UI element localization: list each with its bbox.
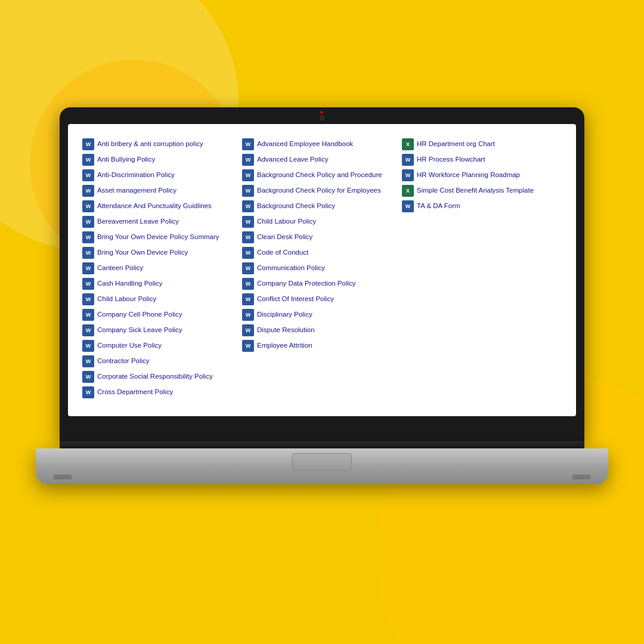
document-name: Bereavement Leave Policy [97,217,179,227]
word-icon: W [242,231,254,243]
document-name: HR Department org Chart [417,140,495,149]
document-name: HR Workforce Planning Roadmap [417,171,520,180]
document-name: Code of Conduct [257,248,308,258]
document-name: Advanced Leave Policy [257,155,329,165]
column-1: WAnti bribery & anti corruption policyWA… [82,137,242,400]
document-name: Child Labour Policy [97,295,156,304]
document-name: Company Data Protection Policy [257,279,356,289]
list-item[interactable]: WCanteen Policy [82,261,242,275]
list-item[interactable]: WAnti Bullying Policy [82,153,242,167]
word-icon: W [82,231,94,243]
word-icon: W [242,278,254,290]
foot-left [54,475,72,479]
laptop-bottom [36,448,608,484]
document-name: Background Check Policy for Employees [257,186,381,196]
list-item[interactable]: WBackground Check Policy for Employees [242,184,402,198]
word-icon: W [82,371,94,383]
word-icon: W [402,154,414,166]
list-item[interactable]: WBackground Check Policy [242,199,402,213]
list-item[interactable]: WCompany Data Protection Policy [242,277,402,291]
list-item[interactable]: WAttendance And Punctuality Guidlines [82,199,242,213]
document-name: Bring Your Own Device Policy Summary [97,233,219,242]
document-name: Simple Cost Benefit Analysis Template [417,186,534,196]
list-item[interactable]: WChild Labour Policy [242,215,402,229]
list-item[interactable]: WEmployee Attrition [242,339,402,353]
word-icon: W [82,169,94,181]
list-item[interactable]: WChild Labour Policy [82,292,242,306]
list-item[interactable]: WAnti bribery & anti corruption policy [82,137,242,151]
foot-right [572,475,590,479]
list-item[interactable]: WBereavement Leave Policy [82,215,242,229]
list-item[interactable]: WBring Your Own Device Policy Summary [82,230,242,244]
document-name: Bring Your Own Device Policy [97,248,188,258]
document-name: Cross Department Policy [97,388,173,397]
list-item[interactable]: WCompany Cell Phone Policy [82,308,242,322]
list-item[interactable]: XHR Department org Chart [402,137,562,151]
document-name: Child Labour Policy [257,217,316,227]
document-name: Contractor Policy [97,357,150,366]
list-item[interactable]: WAsset management Policy [82,184,242,198]
list-item[interactable]: WCode of Conduct [242,246,402,260]
list-item[interactable]: WCorporate Social Responsibility Policy [82,370,242,384]
list-item[interactable]: WContractor Policy [82,354,242,369]
word-icon: W [82,247,94,259]
list-item[interactable]: WBackground Check Policy and Procedure [242,168,402,182]
laptop-screen: WAnti bribery & anti corruption policyWA… [68,124,576,416]
screen-content: WAnti bribery & anti corruption policyWA… [68,124,576,413]
list-item[interactable]: WClean Desk Policy [242,230,402,244]
word-icon: W [82,386,94,398]
word-icon: W [82,340,94,352]
list-item[interactable]: WCash Handling Policy [82,277,242,291]
list-item[interactable]: WAdvanced Leave Policy [242,153,402,167]
document-name: Company Sick Leave Policy [97,326,182,335]
word-icon: W [242,324,254,336]
list-item[interactable]: WDispute Resolution [242,323,402,338]
column-2: WAdvanced Employee HandbookWAdvanced Lea… [242,137,402,400]
document-name: Clean Desk Policy [257,233,312,242]
word-icon: W [82,324,94,336]
list-item[interactable]: WComputer Use Policy [82,339,242,353]
document-name: Anti-Discrimination Policy [97,171,175,180]
list-item[interactable]: WConflict Of Interest Policy [242,292,402,306]
list-item[interactable]: WCommunication Policy [242,261,402,275]
word-icon: W [242,262,254,274]
word-icon: W [242,185,254,197]
word-icon: W [82,293,94,305]
document-name: Disciplinary Policy [257,310,312,320]
column-3: XHR Department org ChartWHR Process Flow… [402,137,562,400]
document-name: Dispute Resolution [257,326,315,335]
list-item[interactable]: WAnti-Discrimination Policy [82,168,242,182]
word-icon: W [82,216,94,228]
list-item[interactable]: WCompany Sick Leave Policy [82,323,242,338]
word-icon: W [82,278,94,290]
camera-dot [320,116,324,120]
document-name: Anti Bullying Policy [97,155,155,165]
word-icon: W [242,154,254,166]
laptop-hinge [60,441,584,448]
list-item[interactable]: WHR Process Flowchart [402,153,562,167]
list-item[interactable]: WBring Your Own Device Policy [82,246,242,260]
indicator-dot [320,111,323,114]
word-icon: W [82,355,94,367]
list-item[interactable]: WTA & DA Form [402,199,562,213]
list-item[interactable]: WAdvanced Employee Handbook [242,137,402,151]
document-name: Conflict Of Interest Policy [257,295,334,304]
document-name: Canteen Policy [97,264,143,273]
list-item[interactable]: WCross Department Policy [82,385,242,400]
document-name: Attendance And Punctuality Guidlines [97,202,212,211]
list-item[interactable]: XSimple Cost Benefit Analysis Template [402,184,562,198]
word-icon: W [402,169,414,181]
word-icon: W [242,247,254,259]
document-name: Background Check Policy and Procedure [257,171,382,180]
word-icon: W [82,200,94,212]
document-name: Corporate Social Responsibility Policy [97,372,213,382]
document-name: HR Process Flowchart [417,155,485,165]
document-name: Background Check Policy [257,202,335,211]
list-item[interactable]: WHR Workforce Planning Roadmap [402,168,562,182]
word-icon: W [242,200,254,212]
list-item[interactable]: WDisciplinary Policy [242,308,402,322]
trackpad[interactable] [292,453,352,471]
excel-icon: X [402,185,414,197]
bottom-feet [36,475,608,479]
document-name: Computer Use Policy [97,341,162,351]
